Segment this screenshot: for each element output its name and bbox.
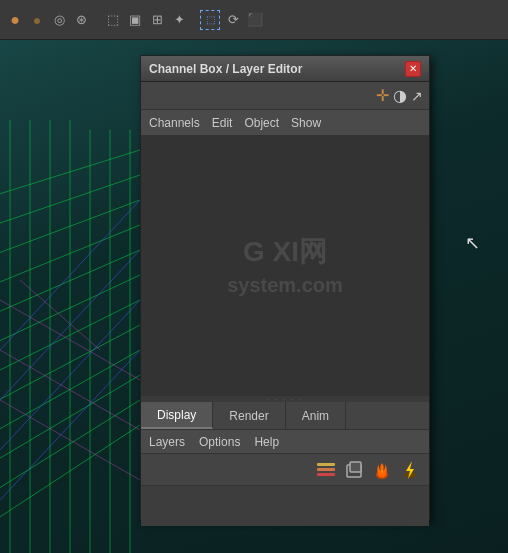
svg-rect-32 <box>350 462 361 472</box>
svg-line-25 <box>0 350 140 430</box>
svg-line-2 <box>0 200 140 260</box>
svg-line-5 <box>0 275 140 350</box>
svg-line-22 <box>0 300 140 450</box>
layers-fire-icon[interactable] <box>369 458 395 482</box>
toolbar-icon-2[interactable]: ● <box>28 11 46 29</box>
toolbar-icon-9[interactable]: ⟳ <box>224 11 242 29</box>
layers-menubar: Layers Options Help <box>141 430 429 454</box>
menu-layers[interactable]: Layers <box>149 435 185 449</box>
svg-rect-29 <box>317 468 335 471</box>
svg-line-24 <box>0 300 140 380</box>
toolbar-icon-1[interactable]: ● <box>6 11 24 29</box>
toolbar-icon-6[interactable]: ▣ <box>126 11 144 29</box>
svg-line-26 <box>0 400 140 480</box>
toolbar-icon-8[interactable]: ✦ <box>170 11 188 29</box>
panel-titlebar: Channel Box / Layer Editor ✕ <box>141 56 429 82</box>
panel-menubar: Channels Edit Object Show <box>141 110 429 136</box>
menu-object[interactable]: Object <box>244 116 279 130</box>
layers-new-icon[interactable] <box>313 458 339 482</box>
svg-line-1 <box>0 175 140 230</box>
layers-toolbar <box>141 454 429 486</box>
add-icon[interactable]: ✛ <box>376 86 389 105</box>
svg-line-8 <box>0 350 140 440</box>
layers-lightning-icon[interactable] <box>397 458 423 482</box>
svg-line-7 <box>0 325 140 410</box>
toolbar-icon-10[interactable]: ⬛ <box>246 11 264 29</box>
panel-title: Channel Box / Layer Editor <box>149 62 405 76</box>
watermark: G XI网 system.com <box>227 232 343 299</box>
tab-anim[interactable]: Anim <box>286 402 346 429</box>
svg-line-23 <box>0 350 140 500</box>
svg-line-20 <box>0 200 140 350</box>
svg-line-21 <box>0 250 140 400</box>
close-icon: ✕ <box>409 63 417 74</box>
svg-line-9 <box>0 375 140 470</box>
tab-display[interactable]: Display <box>141 402 213 429</box>
svg-line-6 <box>0 300 140 380</box>
toolbar-icon-7[interactable]: ⊞ <box>148 11 166 29</box>
tab-render[interactable]: Render <box>213 402 285 429</box>
svg-rect-28 <box>317 473 335 476</box>
toolbar-icon-3[interactable]: ◎ <box>50 11 68 29</box>
channel-box-panel: Channel Box / Layer Editor ✕ ✛ ◑ ↗ Chann… <box>140 55 430 520</box>
main-toolbar: ● ● ◎ ⊛ ⬚ ▣ ⊞ ✦ ⬚ ⟳ ⬛ <box>0 0 508 40</box>
svg-rect-30 <box>317 463 335 466</box>
svg-line-10 <box>0 400 140 500</box>
layer-list-area <box>141 486 429 526</box>
toolbar-icon-4[interactable]: ⊛ <box>72 11 90 29</box>
layers-copy-icon[interactable] <box>341 458 367 482</box>
svg-line-27 <box>20 280 100 350</box>
panel-icon-row: ✛ ◑ ↗ <box>141 82 429 110</box>
menu-options[interactable]: Options <box>199 435 240 449</box>
layer-tabs: Display Render Anim <box>141 402 429 430</box>
menu-channels[interactable]: Channels <box>149 116 200 130</box>
svg-line-0 <box>0 150 140 200</box>
channel-content-area: G XI网 system.com <box>141 136 429 396</box>
svg-line-4 <box>0 250 140 320</box>
half-circle-icon[interactable]: ◑ <box>393 86 407 105</box>
menu-edit[interactable]: Edit <box>212 116 233 130</box>
toolbar-icon-5[interactable]: ⬚ <box>104 11 122 29</box>
svg-line-3 <box>0 225 140 290</box>
menu-help[interactable]: Help <box>254 435 279 449</box>
svg-line-11 <box>0 425 140 530</box>
arrow-icon[interactable]: ↗ <box>411 88 423 104</box>
close-button[interactable]: ✕ <box>405 61 421 77</box>
toolbar-icon-select[interactable]: ⬚ <box>200 10 220 30</box>
menu-show[interactable]: Show <box>291 116 321 130</box>
